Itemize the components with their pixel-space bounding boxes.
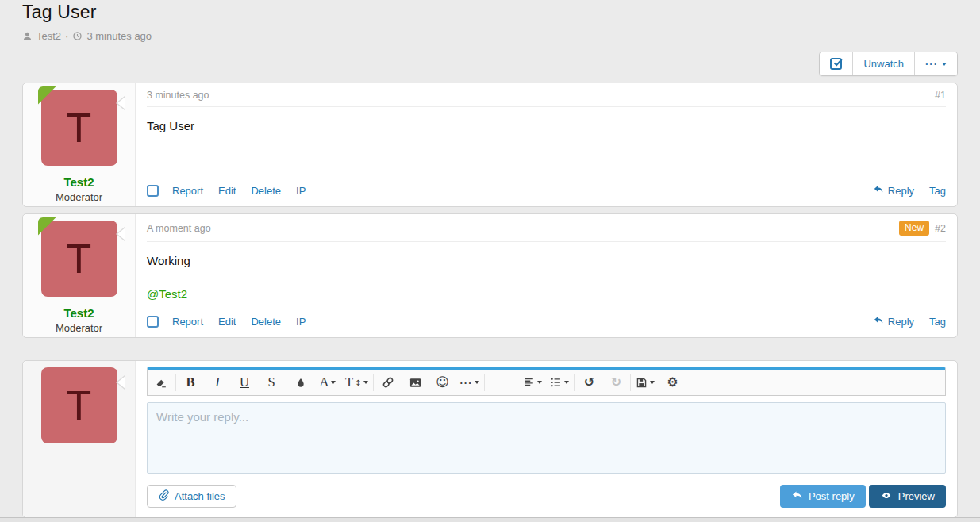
avatar-letter: T bbox=[67, 382, 92, 429]
online-indicator-icon bbox=[38, 217, 56, 236]
toolbar-spacer bbox=[486, 370, 519, 395]
avatar[interactable]: T bbox=[41, 90, 117, 166]
post-actions: Report Edit Delete IP Reply Tag bbox=[147, 184, 946, 197]
list-button[interactable] bbox=[546, 370, 573, 395]
unwatch-button[interactable]: Unwatch bbox=[853, 52, 915, 75]
page-title: Tag User bbox=[22, 2, 958, 23]
chevron-down-icon bbox=[650, 381, 655, 384]
italic-button[interactable]: I bbox=[204, 370, 231, 395]
post-timestamp[interactable]: A moment ago bbox=[147, 223, 211, 234]
font-size-button[interactable]: T ↕ bbox=[341, 370, 372, 395]
updown-arrow-icon: ↕ bbox=[355, 378, 361, 387]
post-author-title: Moderator bbox=[23, 322, 135, 334]
thread-controls-group: Unwatch ··· bbox=[819, 52, 958, 76]
post-number[interactable]: #2 bbox=[935, 223, 946, 234]
person-icon bbox=[22, 31, 33, 41]
insert-image-button[interactable] bbox=[402, 370, 429, 395]
underline-button[interactable]: U bbox=[231, 370, 258, 395]
undo-button[interactable]: ↺ bbox=[575, 370, 602, 395]
post-header: A moment ago New #2 bbox=[147, 221, 946, 242]
reply-editor-card: T B I U S bbox=[22, 360, 958, 518]
thread-time[interactable]: 3 minutes ago bbox=[86, 30, 152, 42]
report-link[interactable]: Report bbox=[172, 316, 203, 328]
post-timestamp[interactable]: 3 minutes ago bbox=[147, 90, 209, 101]
post-content: Working @Test2 bbox=[147, 242, 946, 309]
strikethrough-button[interactable]: S bbox=[258, 370, 285, 395]
post-text: Working bbox=[147, 253, 946, 269]
preview-button[interactable]: Preview bbox=[869, 485, 946, 508]
unwatch-label: Unwatch bbox=[863, 58, 904, 70]
gear-icon: ⚙ bbox=[667, 376, 678, 389]
page-bottom-divider bbox=[0, 517, 980, 522]
select-post-checkbox[interactable] bbox=[147, 316, 159, 328]
eraser-icon bbox=[155, 376, 167, 389]
online-indicator-icon bbox=[38, 86, 56, 105]
reply-editor: B I U S A T ↕ bbox=[136, 361, 957, 517]
delete-link[interactable]: Delete bbox=[251, 185, 281, 197]
drafts-button[interactable] bbox=[632, 370, 659, 395]
edit-link[interactable]: Edit bbox=[218, 185, 236, 197]
chevron-down-icon bbox=[942, 63, 947, 66]
thread-author[interactable]: Test2 bbox=[37, 30, 61, 42]
alignment-button[interactable] bbox=[519, 370, 546, 395]
attach-files-button[interactable]: Attach files bbox=[147, 485, 236, 508]
align-icon bbox=[523, 377, 535, 388]
ip-link[interactable]: IP bbox=[296, 185, 306, 197]
report-link[interactable]: Report bbox=[172, 185, 203, 197]
redo-button[interactable]: ↻ bbox=[602, 370, 629, 395]
thread-more-button[interactable]: ··· bbox=[915, 52, 957, 75]
chevron-down-icon bbox=[363, 381, 368, 384]
reply-link[interactable]: Reply bbox=[873, 184, 914, 197]
list-icon bbox=[550, 377, 562, 388]
insert-link-button[interactable] bbox=[375, 370, 402, 395]
reply-link[interactable]: Reply bbox=[873, 315, 914, 328]
redo-icon: ↻ bbox=[611, 376, 621, 389]
delete-link[interactable]: Delete bbox=[251, 316, 281, 328]
post-reply-button[interactable]: Post reply bbox=[780, 485, 866, 508]
editor-settings-button[interactable]: ⚙ bbox=[659, 370, 686, 395]
smilies-button[interactable]: ☺ bbox=[429, 370, 455, 395]
chevron-down-icon bbox=[331, 381, 336, 384]
chevron-down-icon bbox=[475, 381, 479, 384]
bold-button[interactable]: B bbox=[177, 370, 204, 395]
select-post-checkbox[interactable] bbox=[147, 185, 159, 197]
user-mention-link[interactable]: @Test2 bbox=[147, 286, 187, 302]
post-1-message: 3 minutes ago #1 Tag User Report Edit De… bbox=[136, 83, 957, 206]
post-number[interactable]: #1 bbox=[935, 90, 946, 101]
editor-toolbar: B I U S A T ↕ bbox=[147, 367, 946, 396]
link-icon bbox=[382, 376, 394, 389]
eye-icon bbox=[880, 490, 893, 503]
message-tail bbox=[116, 375, 125, 390]
font-family-button[interactable]: A bbox=[314, 370, 341, 395]
message-tail bbox=[116, 96, 125, 110]
edit-link[interactable]: Edit bbox=[218, 316, 236, 328]
post-author[interactable]: Test2 bbox=[23, 306, 135, 320]
post-content: Tag User bbox=[147, 107, 946, 178]
thread-controls: Unwatch ··· bbox=[22, 52, 958, 76]
avatar-letter: T bbox=[67, 235, 92, 282]
reply-input[interactable] bbox=[148, 403, 945, 473]
avatar[interactable]: T bbox=[41, 221, 117, 297]
reply-arrow-icon bbox=[791, 489, 803, 503]
meta-separator: · bbox=[65, 30, 68, 42]
toolbar-more-button[interactable]: ··· bbox=[455, 370, 483, 395]
new-badge: New bbox=[899, 221, 929, 236]
avatar[interactable]: T bbox=[41, 367, 117, 443]
droplet-icon bbox=[295, 377, 306, 389]
post-author[interactable]: Test2 bbox=[23, 175, 135, 189]
ip-link[interactable]: IP bbox=[296, 316, 306, 328]
more-dots-icon: ··· bbox=[459, 377, 472, 389]
more-dots-icon: ··· bbox=[925, 58, 938, 70]
preview-label: Preview bbox=[898, 490, 935, 502]
tag-link[interactable]: Tag bbox=[929, 316, 946, 328]
editor-actions: Attach files Post reply Preview bbox=[147, 485, 946, 508]
tag-link[interactable]: Tag bbox=[929, 185, 946, 197]
text-color-button[interactable] bbox=[287, 370, 314, 395]
reply-label: Reply bbox=[888, 185, 914, 197]
save-icon bbox=[636, 377, 648, 389]
reply-textarea-wrap bbox=[147, 402, 946, 474]
reply-arrow-icon bbox=[873, 315, 884, 328]
post-2: T Test2 Moderator A moment ago New #2 Wo… bbox=[22, 213, 958, 338]
remove-format-button[interactable] bbox=[148, 370, 175, 395]
select-thread-button[interactable] bbox=[820, 52, 853, 75]
